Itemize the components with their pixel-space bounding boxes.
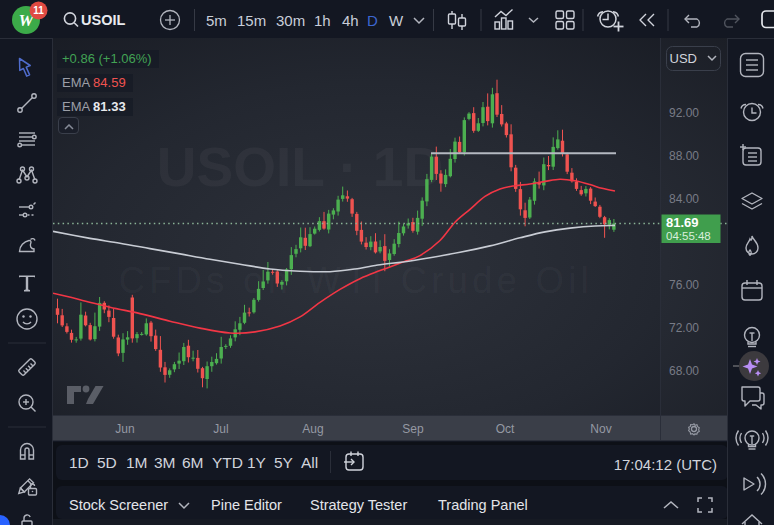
svg-text:81.69: 81.69 — [666, 215, 699, 230]
svg-text:04:55:48: 04:55:48 — [666, 230, 711, 242]
svg-text:88.00: 88.00 — [669, 149, 699, 163]
svg-text:72.00: 72.00 — [669, 321, 699, 335]
svg-text:Jun: Jun — [115, 422, 134, 436]
svg-text:68.00: 68.00 — [669, 364, 699, 378]
svg-text:84.00: 84.00 — [669, 192, 699, 206]
svg-text:Sep: Sep — [402, 422, 424, 436]
svg-text:92.00: 92.00 — [669, 106, 699, 120]
svg-text:USOIL · 1D: USOIL · 1D — [157, 136, 443, 198]
svg-text:Jul: Jul — [213, 422, 228, 436]
svg-text:Oct: Oct — [496, 422, 515, 436]
svg-text:Nov: Nov — [590, 422, 611, 436]
svg-text:Aug: Aug — [302, 422, 323, 436]
svg-text:76.00: 76.00 — [669, 278, 699, 292]
svg-text:USD: USD — [670, 51, 697, 66]
